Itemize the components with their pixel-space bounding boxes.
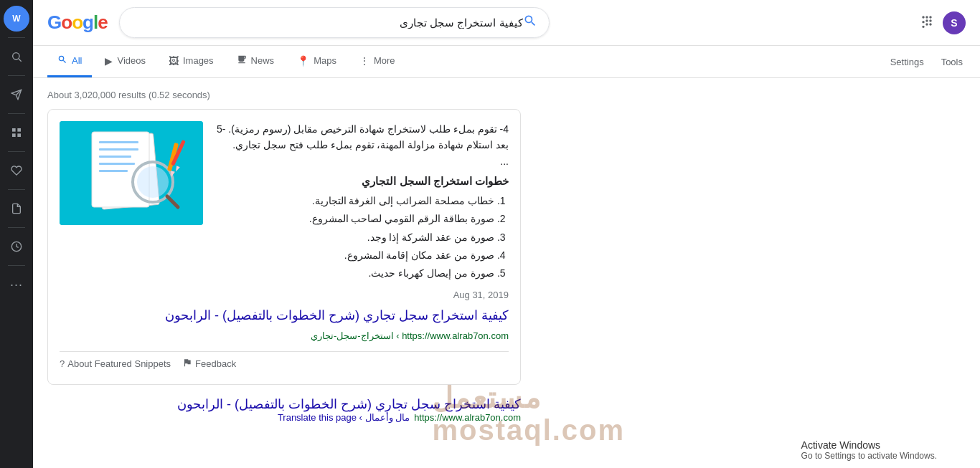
list-item: صورة من إيصال كهرباء حديث. — [215, 264, 494, 282]
user-avatar[interactable]: S — [943, 11, 966, 34]
all-tab-icon — [57, 54, 67, 67]
divider — [8, 227, 25, 228]
flag-icon — [182, 358, 192, 370]
svg-rect-18 — [99, 163, 135, 165]
google-logo: Google — [47, 11, 108, 34]
list-item: صورة بطاقة الرقم القومي لصاحب المشروع. — [215, 210, 494, 228]
result-url-row: https://www.alrab7on.com مال وأعمال › Tr… — [47, 412, 521, 423]
svg-rect-15 — [99, 141, 138, 143]
featured-snippet: 4- تقوم بملء طلب لاستخراج شهادة الترخيص … — [47, 109, 521, 385]
more-tab-icon: ⋮ — [359, 55, 369, 67]
windows-notice-title[interactable]: Activate Windows — [801, 439, 937, 451]
snippet-text: 4- تقوم بملء طلب لاستخراج شهادة الترخيص … — [215, 121, 509, 282]
tab-news[interactable]: News — [227, 46, 285, 77]
send-icon[interactable] — [4, 82, 29, 108]
search-input[interactable] — [131, 16, 523, 29]
settings-link[interactable]: Settings — [887, 48, 927, 76]
videos-tab-icon: ▶ — [105, 55, 113, 67]
snippet-steps-list: خطاب مصلحة الضرائب إلى الغرفة التجارية. … — [215, 192, 509, 282]
svg-rect-19 — [99, 170, 128, 172]
results-area: About 3,020,000 results (0.52 seconds) 4… — [33, 78, 980, 437]
snippet-footer: ? About Featured Snippets Feedback — [60, 351, 509, 373]
apps-icon[interactable] — [920, 14, 934, 32]
search-sidebar-icon[interactable] — [4, 44, 29, 70]
nav-settings: Settings Tools — [887, 48, 966, 76]
snippet-text-line2: بعد استلام شهادة مزاولة المهنة، تقوم بمل… — [215, 137, 509, 153]
tab-more[interactable]: ⋮ More — [349, 47, 405, 77]
svg-point-21 — [137, 166, 169, 198]
search-button[interactable] — [523, 14, 537, 32]
tools-link[interactable]: Tools — [938, 48, 966, 76]
snippet-ellipsis: ... — [215, 153, 509, 169]
header-right: S — [920, 11, 966, 34]
news-tab-icon — [237, 54, 247, 67]
svg-line-1 — [19, 59, 22, 62]
snippet-text-line1: 4- تقوم بملء طلب لاستخراج شهادة الترخيص … — [215, 121, 509, 137]
clock-icon[interactable] — [4, 234, 29, 259]
svg-rect-7 — [17, 133, 21, 137]
more-sidebar-icon[interactable]: ··· — [4, 272, 29, 297]
svg-rect-6 — [12, 133, 16, 137]
divider — [8, 265, 25, 266]
feedback-link[interactable]: Feedback — [182, 358, 236, 370]
tab-videos[interactable]: ▶ Videos — [95, 47, 156, 77]
snippet-url: https://www.alrab7on.com › استخراج-سجل-ت… — [60, 330, 509, 341]
snippet-image — [60, 121, 203, 225]
snippet-top: 4- تقوم بملء طلب لاستخراج شهادة الترخيص … — [60, 121, 509, 282]
divider — [8, 189, 25, 190]
second-result: كيفية استخراج سجل تجاري (شرح الخطوات بال… — [47, 396, 521, 423]
result-title-link[interactable]: كيفية استخراج سجل تجاري (شرح الخطوات بال… — [47, 396, 521, 412]
list-item: خطاب مصلحة الضرائب إلى الغرفة التجارية. — [215, 192, 494, 210]
list-item: صورة من عقد الشركة إذا وجد. — [215, 229, 494, 247]
results-stats: About 3,020,000 results (0.52 seconds) — [47, 84, 851, 109]
grid-sidebar-icon[interactable] — [4, 120, 29, 145]
snippet-link: كيفية استخراج سجل تجاري (شرح الخطوات بال… — [60, 307, 509, 323]
tab-all[interactable]: All — [47, 46, 92, 77]
nav-tabs: All ▶ Videos 🖼 Images News 📍 Maps ⋮ More… — [33, 46, 980, 78]
svg-rect-16 — [99, 148, 138, 151]
divider — [8, 37, 25, 38]
snippet-steps-title: خطوات استخراج السجل التجاري — [215, 175, 509, 188]
result-breadcrumb[interactable]: مال وأعمال › Translate this page — [278, 412, 410, 423]
header: Google S — [33, 0, 980, 46]
main-content: Google S All ▶ Videos 🖼 Ima — [33, 0, 980, 468]
search-bar — [119, 7, 550, 38]
svg-rect-17 — [99, 156, 131, 158]
list-item: صورة من عقد مكان إقامة المشروع. — [215, 247, 494, 264]
whatsapp-icon[interactable]: W — [4, 6, 29, 32]
windows-notice: Activate Windows Go to Settings to activ… — [801, 439, 937, 461]
snippet-date: Aug 31, 2019 — [60, 290, 509, 300]
svg-point-0 — [13, 53, 19, 59]
tab-maps[interactable]: 📍 Maps — [287, 47, 347, 77]
maps-tab-icon: 📍 — [297, 55, 309, 67]
svg-rect-4 — [12, 128, 16, 132]
heart-icon[interactable] — [4, 158, 29, 183]
about-snippets-link[interactable]: ? About Featured Snippets — [60, 358, 171, 369]
divider — [8, 151, 25, 152]
divider — [8, 75, 25, 76]
result-url: https://www.alrab7on.com — [414, 412, 521, 423]
sidebar: W ··· — [0, 0, 33, 468]
tab-images[interactable]: 🖼 Images — [159, 47, 224, 77]
images-tab-icon: 🖼 — [169, 55, 179, 67]
windows-notice-subtitle: Go to Settings to activate Windows. — [801, 451, 937, 461]
question-icon: ? — [60, 358, 65, 369]
document-icon[interactable] — [4, 196, 29, 221]
svg-rect-5 — [17, 128, 21, 132]
snippet-link-anchor[interactable]: كيفية استخراج سجل تجاري (شرح الخطوات بال… — [165, 308, 509, 323]
divider — [8, 113, 25, 114]
